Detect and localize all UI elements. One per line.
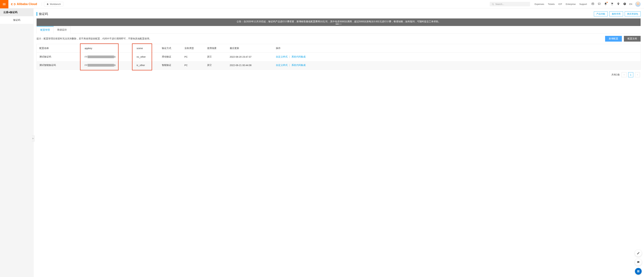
feedback-button[interactable] xyxy=(635,250,642,256)
brand-logo[interactable]: Alibaba Cloud xyxy=(8,2,40,6)
sidebar-title: 云盾●验证码 xyxy=(0,8,33,16)
announcement-bar: 公告：自2020年11月20日起，验证码产品进行计费变更，新增收取最低配置费用1… xyxy=(36,18,641,26)
config-docs-button[interactable]: 配置文档 xyxy=(624,36,641,42)
col-usage: 使用场景 xyxy=(204,44,227,53)
col-updated: 最后更新 xyxy=(227,44,273,53)
pencil-icon xyxy=(637,252,640,255)
help-button[interactable] xyxy=(623,2,626,6)
buy-package-button[interactable]: 购买资源包 xyxy=(625,12,641,16)
ops-separator: | xyxy=(288,64,291,66)
cell-usage: 其它 xyxy=(204,61,227,70)
hint-row: 提示：配置管理目前暂时无法支持删除，若不再使用该条配置，代码中不进行调用即可，不… xyxy=(36,34,641,44)
pager-page-1[interactable]: 1 xyxy=(628,72,633,77)
sidebar: 云盾●验证码 验证码 xyxy=(0,8,34,277)
chevron-left-icon xyxy=(623,74,625,76)
hamburger-icon xyxy=(2,2,6,6)
pagination: 共有2条 1 xyxy=(36,70,641,80)
search-placeholder: Search... xyxy=(496,3,504,5)
col-scene: scene xyxy=(134,44,159,53)
cloud-shell-button[interactable] xyxy=(591,2,594,6)
table-row: 测试验证码 FFXXXXXXXXXXXXXXXXXB nc_other 滑动验证… xyxy=(37,53,641,61)
cell-scene: ic_other xyxy=(134,61,159,70)
chat-icon xyxy=(637,261,640,264)
cell-name: 测试验证码 xyxy=(37,53,82,61)
tab-data-monitor[interactable]: 数据监控 xyxy=(54,26,70,34)
screen-icon xyxy=(598,2,601,5)
cell-ops: 自定义样式 | 系统代码集成 xyxy=(273,53,641,61)
custom-style-link[interactable]: 自定义样式 xyxy=(276,55,288,58)
pager-prev-button[interactable] xyxy=(622,72,626,77)
avatar[interactable] xyxy=(635,2,641,7)
tickets-link[interactable]: Tickets xyxy=(548,3,555,5)
page-title: 验证码 xyxy=(39,12,48,16)
new-config-button[interactable]: 新增配置 xyxy=(605,36,622,42)
language-switcher[interactable]: EN xyxy=(629,3,632,5)
cell-appkey: FFXXXXXXXXXXXXXXXXXB xyxy=(82,53,134,61)
announcement-text: 公告：自2020年11月20日起，验证码产品进行计费变更，新增收取最低配置费用1… xyxy=(237,20,440,23)
table-header-row: 配置名称 appkey scene 验证方式 业务类型 使用场景 最后更新 操作 xyxy=(37,44,641,53)
cell-business: PC xyxy=(182,53,204,61)
brand-name: Alibaba Cloud xyxy=(17,2,37,6)
table-row: 测试智能验证码 FFXXXXXXXXXXXXXXXXXB ic_other 智能… xyxy=(37,61,641,70)
ops-separator: | xyxy=(288,55,291,58)
help-icon xyxy=(623,2,626,5)
appkey-prefix: FF xyxy=(85,64,88,66)
cart-icon xyxy=(610,2,614,5)
tab-config-management[interactable]: 配置管理 xyxy=(36,26,54,34)
col-verify: 验证方式 xyxy=(159,44,182,53)
col-business: 业务类型 xyxy=(182,44,204,53)
col-ops: 操作 xyxy=(273,44,641,53)
col-appkey: appkey xyxy=(82,44,134,53)
stop-service-button[interactable]: 服务停用 xyxy=(609,12,623,16)
cell-updated: 2022-06-21 00:44:08 xyxy=(227,61,273,70)
sidebar-item-captcha[interactable]: 验证码 xyxy=(0,16,33,24)
screen-button[interactable] xyxy=(598,2,601,6)
menu-toggle-button[interactable] xyxy=(0,0,8,8)
alibaba-cloud-icon xyxy=(11,2,16,6)
integrate-code-link[interactable]: 系统代码集成 xyxy=(292,64,306,66)
table-wrap: 配置名称 appkey scene 验证方式 业务类型 使用场景 最后更新 操作… xyxy=(36,44,641,70)
icp-link[interactable]: ICP xyxy=(558,3,562,5)
page-title-accent xyxy=(36,12,37,16)
announcement-scroll-indicator xyxy=(336,24,342,24)
appkey-suffix: B xyxy=(114,56,116,58)
floating-actions xyxy=(635,250,642,275)
enterprise-link[interactable]: Enterprise xyxy=(566,3,576,5)
grid-icon xyxy=(637,270,640,273)
divider xyxy=(42,2,42,6)
bell-icon xyxy=(604,2,607,5)
workbench-button[interactable]: Workbench xyxy=(44,2,64,6)
search-input[interactable]: Search... xyxy=(490,2,530,6)
appkey-prefix: FF xyxy=(85,56,88,58)
cloud-shell-icon xyxy=(591,2,594,5)
cell-usage: 其它 xyxy=(204,53,227,61)
app-shell: 云盾●验证码 验证码 验证码 产品功能 服务停用 购买资源包 公告：自2020年… xyxy=(0,8,644,277)
integrate-code-link[interactable]: 系统代码集成 xyxy=(292,55,306,58)
support-link[interactable]: Support xyxy=(579,3,587,5)
config-table: 配置名称 appkey scene 验证方式 业务类型 使用场景 最后更新 操作… xyxy=(36,44,641,70)
home-icon xyxy=(46,3,49,5)
product-features-button[interactable]: 产品功能 xyxy=(594,12,608,16)
page-header: 验证码 产品功能 服务停用 购买资源包 xyxy=(36,12,641,16)
cart-button[interactable] xyxy=(610,2,614,6)
apps-button[interactable] xyxy=(635,268,642,275)
notification-button[interactable] xyxy=(604,2,607,6)
tabs: 配置管理 数据监控 xyxy=(36,26,641,33)
cell-ops: 自定义样式 | 系统代码集成 xyxy=(273,61,641,70)
cell-updated: 2022-06-20 23:47:37 xyxy=(227,53,273,61)
search-icon xyxy=(492,3,494,5)
top-bar: Alibaba Cloud Workbench Search... Expens… xyxy=(0,0,644,8)
notification-dot xyxy=(606,2,608,3)
chat-button[interactable] xyxy=(635,259,642,266)
location-button[interactable] xyxy=(617,2,620,6)
hint-text: 提示：配置管理目前暂时无法支持删除，若不再使用该条配置，代码中不进行调用即可，不… xyxy=(36,37,152,40)
cell-appkey: FFXXXXXXXXXXXXXXXXXB xyxy=(82,61,134,70)
chevron-right-icon xyxy=(636,74,638,76)
location-icon xyxy=(617,2,620,5)
cell-business: PC xyxy=(182,61,204,70)
cell-verify: 滑动验证 xyxy=(159,53,182,61)
pager-next-button[interactable] xyxy=(635,72,640,77)
custom-style-link[interactable]: 自定义样式 xyxy=(276,64,288,66)
expenses-link[interactable]: Expenses xyxy=(535,3,544,5)
cell-scene: nc_other xyxy=(134,53,159,61)
